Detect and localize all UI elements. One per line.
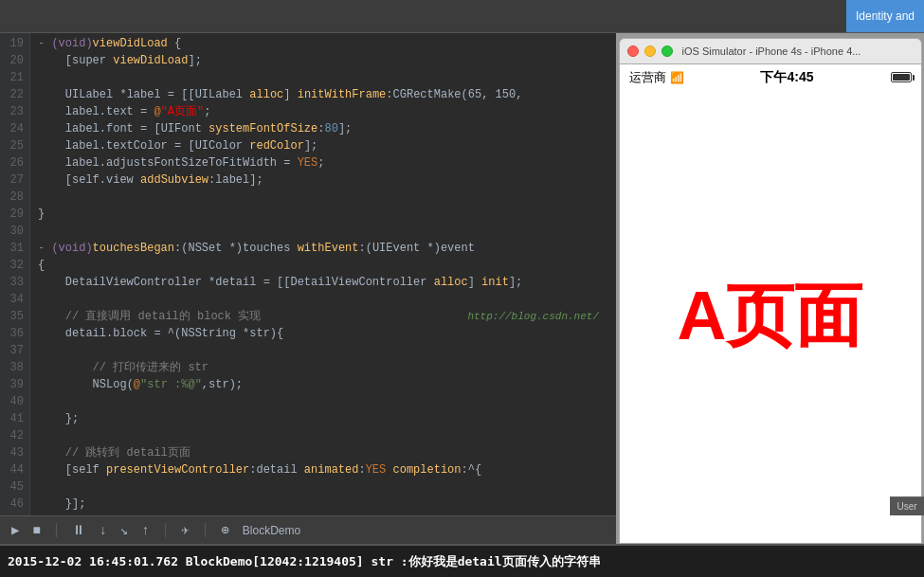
watermark-inline: http://blog.csdn.net/ (467, 308, 599, 325)
code-line: [super viewDidLoad]; (38, 52, 608, 69)
share-button[interactable]: ✈ (177, 520, 192, 540)
code-line (38, 427, 608, 444)
code-line (38, 478, 608, 496)
code-line: detail.block = ^(NSString *str){ (38, 325, 608, 342)
console-bar: 2015-12-02 16:45:01.762 BlockDemo[12042:… (0, 544, 924, 577)
top-bar: Identity and (0, 0, 924, 33)
identity-panel: Identity and (846, 0, 924, 32)
code-line (38, 223, 608, 240)
project-name: BlockDemo (243, 524, 300, 537)
identity-label: Identity and (856, 9, 915, 23)
wifi-icon: 📶 (670, 71, 684, 84)
code-line: }; (38, 410, 608, 427)
code-line: - (void)touchesBegan:(NSSet *)touches wi… (38, 240, 608, 257)
code-content: 1920212223242526272829303132333435363738… (0, 33, 616, 515)
user-btn-container: User (890, 33, 924, 515)
user-button[interactable]: User (890, 496, 924, 515)
simulator-title: iOS Simulator - iPhone 4s - iPhone 4... (682, 45, 861, 57)
pause-button[interactable]: ⏸ (68, 521, 89, 540)
stop-button[interactable]: ■ (28, 521, 44, 540)
code-line: // 直接调用 detail的 block 实现http://blog.csdn… (38, 308, 608, 325)
code-line (38, 189, 608, 206)
code-lines[interactable]: http://blog.csdn.net/ - (void)viewDidLoa… (30, 33, 616, 515)
line-numbers: 1920212223242526272829303132333435363738… (0, 33, 30, 515)
simulator-titlebar: iOS Simulator - iPhone 4s - iPhone 4... (619, 38, 922, 63)
code-line: }]; (38, 496, 608, 513)
page-a-label: A页面 (678, 271, 863, 362)
code-line: } (38, 206, 608, 223)
main-area: 1920212223242526272829303132333435363738… (0, 33, 924, 544)
code-line: UILabel *label = [[UILabel alloc] initWi… (38, 86, 608, 103)
breakpoints-button[interactable]: ⊕ (217, 520, 232, 540)
code-line: - (void)viewDidLoad { (38, 35, 608, 52)
code-line (38, 69, 608, 86)
minimize-button-icon[interactable] (644, 45, 656, 57)
sep2: | (161, 522, 171, 539)
carrier-text: 运营商 (629, 69, 666, 86)
sep1: | (52, 522, 62, 539)
code-line: label.text = @"A页面"; (38, 103, 608, 120)
ios-statusbar: 运营商 📶 下午4:45 (620, 64, 921, 91)
status-time: 下午4:45 (684, 69, 891, 86)
console-log-text: 2015-12-02 16:45:01.762 BlockDemo[12042:… (8, 553, 601, 570)
step-out-button[interactable]: ↑ (137, 521, 153, 540)
code-line: NSLog(@"str :%@",str); (38, 376, 608, 393)
code-line (38, 342, 608, 359)
maximize-button-icon[interactable] (661, 45, 673, 57)
code-line: [self.view addSubview:label]; (38, 171, 608, 189)
code-line (38, 393, 608, 410)
bottom-toolbar: ▶ ■ | ⏸ ↓ ↘ ↑ | ✈ | ⊕ BlockDemo (0, 515, 616, 544)
code-line: // 跳转到 detail页面 (38, 444, 608, 461)
play-button[interactable]: ▶ (8, 520, 23, 540)
code-line (38, 291, 608, 308)
ios-content-area[interactable]: A页面 (620, 91, 921, 543)
carrier-info: 运营商 📶 (629, 69, 684, 86)
code-line: [self presentViewController:detail anima… (38, 461, 608, 478)
simulator-screen[interactable]: 运营商 📶 下午4:45 A页面 (619, 63, 922, 544)
code-line: DetailViewController *detail = [[DetailV… (38, 274, 608, 291)
code-line: // 打印传进来的 str (38, 359, 608, 376)
code-line: label.textColor = [UIColor redColor]; (38, 137, 608, 154)
step-over-button[interactable]: ↓ (95, 521, 110, 540)
code-line: label.font = [UIFont systemFontOfSize:80… (38, 120, 608, 137)
sep3: | (201, 522, 210, 539)
code-editor: 1920212223242526272829303132333435363738… (0, 33, 616, 544)
code-line: { (38, 257, 608, 274)
code-line: label.adjustsFontSizeToFitWidth = YES; (38, 154, 608, 171)
close-button-icon[interactable] (627, 45, 639, 57)
step-into-button[interactable]: ↘ (117, 520, 132, 540)
simulator-panel: iOS Simulator - iPhone 4s - iPhone 4... … (616, 33, 924, 544)
